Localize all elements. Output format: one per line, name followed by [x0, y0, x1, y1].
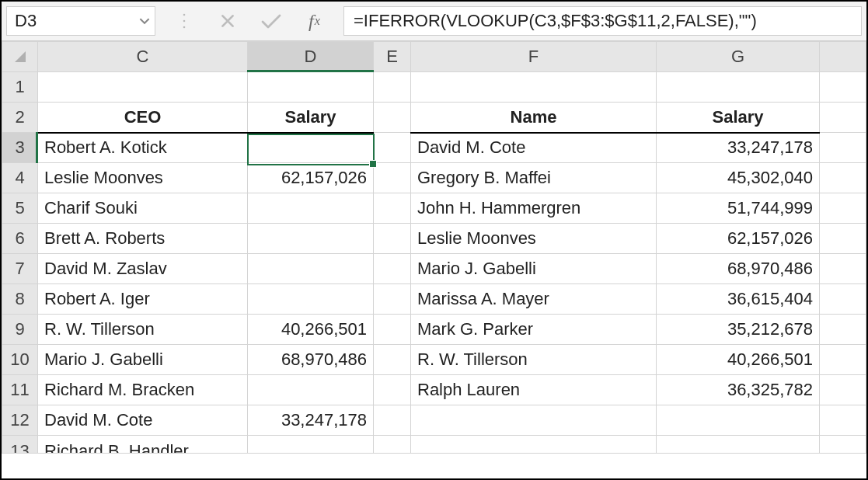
cell-D4[interactable]: 62,157,026: [248, 163, 374, 193]
cell-G2[interactable]: Salary: [657, 103, 820, 133]
cell-F7[interactable]: Mario J. Gabelli: [411, 254, 657, 284]
cell-G1[interactable]: [657, 72, 820, 103]
cell-F9[interactable]: Mark G. Parker: [411, 315, 657, 345]
cell-C3[interactable]: Robert A. Kotick: [38, 133, 248, 163]
cell-C1[interactable]: [38, 72, 248, 103]
cell-D13[interactable]: [248, 436, 374, 454]
col-header-D[interactable]: D: [248, 42, 374, 72]
cell-F4[interactable]: Gregory B. Maffei: [411, 163, 657, 193]
cell-C10[interactable]: Mario J. Gabelli: [38, 345, 248, 375]
cell-E11[interactable]: [374, 375, 411, 405]
row-header-6[interactable]: 6: [2, 224, 38, 254]
col-header-blank[interactable]: [820, 42, 866, 72]
cell-D8[interactable]: [248, 284, 374, 315]
cell-G6[interactable]: 62,157,026: [657, 224, 820, 254]
cell-blank-1[interactable]: [820, 72, 866, 103]
cell-G11[interactable]: 36,325,782: [657, 375, 820, 405]
spreadsheet-grid[interactable]: C D E F G 1 2 CEO Salary Name Salary 3 R…: [2, 41, 866, 454]
cell-E1[interactable]: [374, 72, 411, 103]
cell-F8[interactable]: Marissa A. Mayer: [411, 284, 657, 315]
cell-D10[interactable]: 68,970,486: [248, 345, 374, 375]
cell-F2[interactable]: Name: [411, 103, 657, 133]
row-header-13[interactable]: 13: [2, 436, 38, 454]
row-header-3[interactable]: 3: [2, 133, 38, 163]
cell-E9[interactable]: [374, 315, 411, 345]
cell-G7[interactable]: 68,970,486: [657, 254, 820, 284]
row-header-2[interactable]: 2: [2, 103, 38, 133]
row-header-11[interactable]: 11: [2, 375, 38, 405]
cell-blank-11[interactable]: [820, 375, 866, 405]
cell-F1[interactable]: [411, 72, 657, 103]
cancel-icon[interactable]: [214, 8, 241, 34]
cell-E4[interactable]: [374, 163, 411, 193]
row-header-1[interactable]: 1: [2, 72, 38, 103]
cell-C6[interactable]: Brett A. Roberts: [38, 224, 248, 254]
col-header-E[interactable]: E: [374, 42, 411, 72]
fx-icon[interactable]: fx: [302, 8, 328, 34]
cell-G4[interactable]: 45,302,040: [657, 163, 820, 193]
cell-F6[interactable]: Leslie Moonves: [411, 224, 657, 254]
cell-C13[interactable]: Richard B. Handler: [38, 436, 248, 454]
name-box-dropdown-icon[interactable]: [139, 16, 150, 26]
cell-F5[interactable]: John H. Hammergren: [411, 193, 657, 224]
cell-C4[interactable]: Leslie Moonves: [38, 163, 248, 193]
cell-E3[interactable]: [374, 133, 411, 163]
cell-D1[interactable]: [248, 72, 374, 103]
cell-blank-9[interactable]: [820, 315, 866, 345]
cell-D12[interactable]: 33,247,178: [248, 405, 374, 436]
cell-G12[interactable]: [657, 405, 820, 436]
cell-D9[interactable]: 40,266,501: [248, 315, 374, 345]
cell-blank-12[interactable]: [820, 405, 866, 436]
cell-C9[interactable]: R. W. Tillerson: [38, 315, 248, 345]
cell-F3[interactable]: David M. Cote: [411, 133, 657, 163]
row-header-7[interactable]: 7: [2, 254, 38, 284]
select-all-corner[interactable]: [2, 42, 38, 72]
cell-D6[interactable]: [248, 224, 374, 254]
cell-D5[interactable]: [248, 193, 374, 224]
enter-icon[interactable]: [258, 8, 284, 34]
cell-E7[interactable]: [374, 254, 411, 284]
col-header-C[interactable]: C: [38, 42, 248, 72]
row-header-5[interactable]: 5: [2, 193, 38, 224]
cell-G3[interactable]: 33,247,178: [657, 133, 820, 163]
cell-blank-7[interactable]: [820, 254, 866, 284]
cell-F11[interactable]: Ralph Lauren: [411, 375, 657, 405]
cell-F10[interactable]: R. W. Tillerson: [411, 345, 657, 375]
row-header-8[interactable]: 8: [2, 284, 38, 315]
cell-D2[interactable]: Salary: [248, 103, 374, 133]
cell-C12[interactable]: David M. Cote: [38, 405, 248, 436]
cell-blank-3[interactable]: [820, 133, 866, 163]
cell-C7[interactable]: David M. Zaslav: [38, 254, 248, 284]
col-header-F[interactable]: F: [411, 42, 657, 72]
cell-C2[interactable]: CEO: [38, 103, 248, 133]
cell-C8[interactable]: Robert A. Iger: [38, 284, 248, 315]
cell-E10[interactable]: [374, 345, 411, 375]
cell-E2[interactable]: [374, 103, 411, 133]
row-header-4[interactable]: 4: [2, 163, 38, 193]
cell-blank-8[interactable]: [820, 284, 866, 315]
cell-D7[interactable]: [248, 254, 374, 284]
formula-input[interactable]: =IFERROR(VLOOKUP(C3,$F$3:$G$11,2,FALSE),…: [343, 6, 862, 36]
cell-blank-6[interactable]: [820, 224, 866, 254]
cell-G9[interactable]: 35,212,678: [657, 315, 820, 345]
cell-D11[interactable]: [248, 375, 374, 405]
row-header-12[interactable]: 12: [2, 405, 38, 436]
cell-G5[interactable]: 51,744,999: [657, 193, 820, 224]
cell-G8[interactable]: 36,615,404: [657, 284, 820, 315]
col-header-G[interactable]: G: [657, 42, 820, 72]
cell-blank-5[interactable]: [820, 193, 866, 224]
cell-blank-4[interactable]: [820, 163, 866, 193]
row-header-9[interactable]: 9: [2, 315, 38, 345]
cell-blank-2[interactable]: [820, 103, 866, 133]
cell-G13[interactable]: [657, 436, 820, 454]
cell-E8[interactable]: [374, 284, 411, 315]
name-box[interactable]: D3: [6, 6, 155, 36]
cell-E6[interactable]: [374, 224, 411, 254]
cell-D3[interactable]: [248, 133, 374, 163]
cell-C5[interactable]: Charif Souki: [38, 193, 248, 224]
row-header-10[interactable]: 10: [2, 345, 38, 375]
cell-blank-10[interactable]: [820, 345, 866, 375]
cell-E13[interactable]: [374, 436, 411, 454]
cell-G10[interactable]: 40,266,501: [657, 345, 820, 375]
cell-E12[interactable]: [374, 405, 411, 436]
